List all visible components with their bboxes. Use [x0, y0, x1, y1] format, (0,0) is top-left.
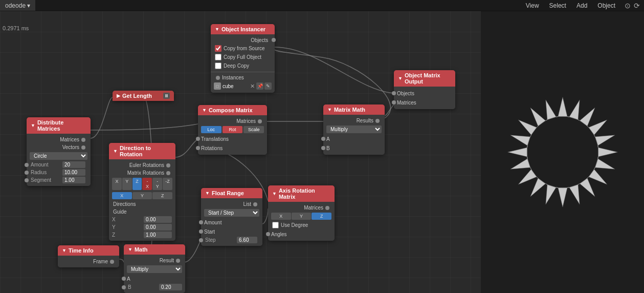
cube-pin-button[interactable]: 📌: [256, 82, 263, 90]
x-btn[interactable]: X: [112, 178, 122, 190]
matrix-out-row: Matrix Rotations: [109, 169, 175, 177]
distribute-dropdown[interactable]: Circle: [30, 152, 87, 160]
menu-select[interactable]: Select: [544, 0, 571, 11]
neg-x-btn[interactable]: -X: [142, 178, 152, 190]
collapse-icon[interactable]: ▶: [117, 93, 120, 98]
cube-edit-button[interactable]: ✎: [264, 82, 272, 90]
y2-btn[interactable]: Y: [132, 192, 152, 199]
collapse-icon[interactable]: ▼: [272, 191, 277, 196]
copy-full-object-row: Copy Full Object: [211, 53, 275, 61]
svg-marker-4: [595, 135, 615, 145]
svg-marker-10: [558, 187, 567, 207]
collapse-icon[interactable]: ▼: [398, 76, 403, 81]
node-matrix-math-body: Results Multiply A B: [323, 115, 385, 155]
use-degree-checkbox[interactable]: [272, 222, 279, 228]
collapse-icon[interactable]: ▼: [327, 107, 332, 112]
segment-input[interactable]: [62, 177, 85, 183]
collapse-icon[interactable]: ▼: [128, 247, 132, 252]
cube-edit-buttons: 📌 ✎: [256, 82, 272, 90]
menu-add[interactable]: Add: [571, 0, 592, 11]
amount-input[interactable]: [62, 161, 85, 168]
step-input[interactable]: [237, 237, 257, 243]
node-axis-rotation-matrix-body: Matrices X Y Z Use Degree Angles: [268, 202, 335, 241]
translations-socket-in: [196, 137, 200, 141]
node-axis-rotation-matrix-header[interactable]: ▼ Axis Rotation Matrix: [268, 185, 335, 202]
step-socket-in: [199, 238, 203, 242]
node-time-info-header[interactable]: ▼ Time Info: [58, 245, 119, 256]
deep-copy-row: Deep Copy: [211, 61, 275, 70]
node-math-body: Result Multiply A B: [124, 255, 185, 293]
node-distribute-matrices-body: Matrices Vectors Circle Amount Radius: [27, 134, 91, 186]
a-row: A: [124, 274, 185, 283]
copy-full-object-checkbox[interactable]: [215, 54, 221, 60]
deep-copy-checkbox[interactable]: [215, 62, 221, 69]
node-canvas[interactable]: 0.2971 ms ▼ Object Instancer: [0, 11, 481, 293]
node-matrix-math-header[interactable]: ▼ Matrix Math: [323, 104, 385, 115]
menu-view[interactable]: View: [521, 0, 544, 11]
cube-remove-button[interactable]: ✕: [250, 83, 255, 90]
x-input[interactable]: [144, 216, 172, 223]
overlay-icon[interactable]: ⊙: [625, 2, 631, 10]
rot-button[interactable]: Rot: [223, 126, 243, 133]
xyz-top-row: X Y Z -X -Y -Z: [109, 177, 175, 191]
node-get-length-header[interactable]: ▶ Get Length II: [113, 91, 174, 101]
node-distribute-matrices-header[interactable]: ▼ Distribute Matrices: [27, 117, 91, 134]
y-axis-btn[interactable]: Y: [292, 213, 312, 220]
collapse-icon[interactable]: ▼: [202, 108, 207, 113]
node-object-instancer-header[interactable]: ▼ Object Instancer: [211, 24, 275, 34]
collapse-icon[interactable]: ▼: [31, 123, 35, 128]
x2-btn[interactable]: X: [112, 192, 132, 199]
rotations-row: Rotations: [198, 143, 267, 153]
node-compose-matrix: ▼ Compose Matrix Matrices Loc Rot Scale …: [198, 105, 267, 155]
x-axis-btn[interactable]: X: [271, 213, 291, 220]
node-math-header[interactable]: ▼ Math: [124, 244, 185, 255]
collapse-icon[interactable]: ▼: [215, 27, 219, 32]
y-btn[interactable]: Y: [122, 178, 132, 190]
result-out-row: Result: [124, 257, 185, 264]
gear-preview-svg: [491, 80, 634, 224]
node-direction-to-rotation-header[interactable]: ▼ Direction to Rotation: [109, 143, 175, 159]
menu-object[interactable]: Object: [592, 0, 620, 11]
svg-marker-17: [518, 120, 537, 135]
float-range-dropdown[interactable]: Start / Step: [204, 209, 259, 217]
node-float-range-header[interactable]: ▼ Float Range: [201, 188, 262, 198]
svg-marker-1: [569, 100, 579, 120]
y-input[interactable]: [144, 224, 172, 231]
loc-button[interactable]: Loc: [201, 126, 221, 133]
z2-btn[interactable]: Z: [152, 192, 172, 199]
copy-from-source-checkbox[interactable]: [215, 45, 221, 52]
results-socket-out: [375, 119, 380, 123]
z-axis-btn[interactable]: Z: [312, 213, 331, 220]
result-socket-out: [176, 259, 180, 263]
start-socket-in: [199, 229, 203, 234]
neg-z-btn[interactable]: -Z: [163, 178, 172, 190]
directions-label: Directions: [109, 200, 175, 208]
a-socket-in: [321, 137, 325, 141]
matrix-socket-out: [166, 171, 170, 175]
frame-socket-out: [110, 260, 114, 264]
radius-socket-in: [25, 171, 29, 175]
matrix-math-dropdown[interactable]: Multiply: [326, 125, 382, 133]
collapse-icon[interactable]: ▼: [62, 248, 66, 253]
neg-y-btn[interactable]: -Y: [152, 178, 162, 190]
cube-input-row: □ cube ✕ 📌 ✎: [211, 81, 275, 91]
gizmo-icon[interactable]: ⟳: [634, 2, 640, 10]
matrices-row: Matrices: [394, 98, 455, 107]
z-btn[interactable]: Z: [132, 178, 142, 190]
z-input[interactable]: [144, 232, 172, 238]
b-input[interactable]: [159, 284, 182, 290]
objects-row: Objects: [394, 89, 455, 98]
collapse-icon[interactable]: ▼: [205, 191, 210, 196]
node-object-matrix-output-header[interactable]: ▼ Object Matrix Output: [394, 70, 455, 87]
matrices-out-row: Matrices: [268, 204, 335, 212]
a-socket-in: [122, 277, 126, 281]
collapse-icon[interactable]: ▼: [113, 149, 118, 154]
node-object-instancer: ▼ Object Instancer Objects Copy from Sou…: [211, 24, 275, 93]
menu-mode[interactable]: odeode ▾: [0, 0, 35, 11]
scale-button[interactable]: Scale: [243, 126, 264, 133]
radius-row: Radius: [27, 169, 91, 176]
node-compose-matrix-header[interactable]: ▼ Compose Matrix: [198, 105, 267, 115]
math-dropdown[interactable]: Multiply: [127, 265, 182, 273]
radius-input[interactable]: [62, 169, 85, 176]
node-axis-rotation-matrix: ▼ Axis Rotation Matrix Matrices X Y Z Us…: [268, 185, 335, 241]
